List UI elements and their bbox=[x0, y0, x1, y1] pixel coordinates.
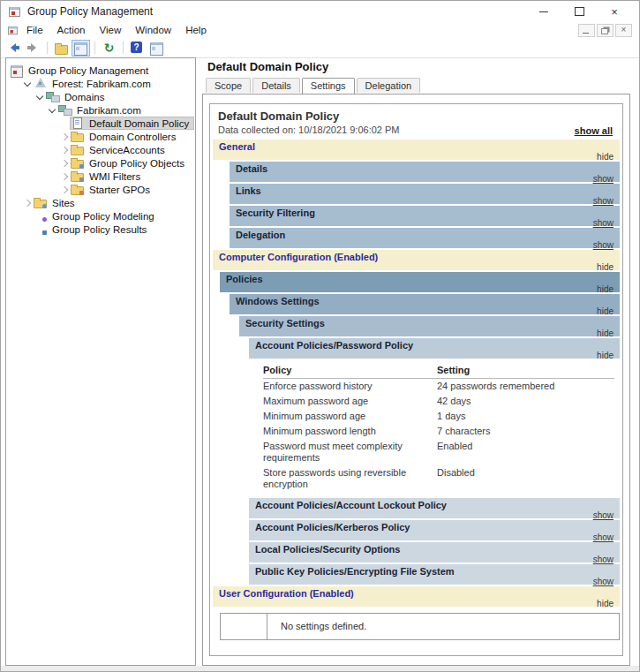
tree-item-content: Group Policy Modeling bbox=[34, 210, 159, 222]
section-account-policies-account-lockout-policy: Account Policies/Account Lockout Policys… bbox=[249, 498, 620, 518]
section-label: Delegation bbox=[236, 230, 614, 240]
section-label: Security Settings bbox=[245, 318, 614, 328]
refresh-icon[interactable]: ↻ bbox=[101, 41, 117, 56]
toggle-links-link[interactable]: show bbox=[593, 196, 614, 206]
chevron-right-icon[interactable] bbox=[59, 185, 71, 195]
table-row: Minimum password length7 characters bbox=[263, 424, 614, 439]
report-header: Default Domain Policy Data collected on:… bbox=[213, 107, 620, 140]
section-label: General bbox=[219, 141, 614, 152]
tree-item-group-policy-results[interactable]: Group Policy Results bbox=[6, 223, 195, 236]
tree-item-label: Group Policy Management bbox=[26, 65, 150, 76]
toggle-details-link[interactable]: show bbox=[593, 174, 614, 184]
console-tree-panel: Group Policy ManagementForest: Fabrikam.… bbox=[5, 57, 196, 666]
toggle-public-key-policies-encrypting-file-system-link[interactable]: show bbox=[593, 577, 614, 586]
chevron-right-icon[interactable] bbox=[59, 171, 71, 182]
upfolder-icon[interactable] bbox=[53, 41, 70, 56]
tab-delegation[interactable]: Delegation bbox=[357, 78, 421, 93]
chevron-slot bbox=[22, 224, 34, 235]
toggle-user-configuration-enabled-link[interactable]: hide bbox=[597, 599, 614, 608]
toggle-account-policies-kerberos-policy-link[interactable]: show bbox=[593, 532, 614, 542]
section-delegation: Delegationshow bbox=[230, 228, 620, 248]
tree-item-starter-gpos[interactable]: Starter GPOs bbox=[6, 183, 195, 196]
menu-help[interactable]: Help bbox=[178, 25, 214, 35]
toggle-general-link[interactable]: hide bbox=[597, 152, 614, 162]
tab-settings[interactable]: Settings bbox=[302, 78, 355, 94]
tree-item-sites[interactable]: Sites bbox=[6, 196, 195, 209]
tree-item-serviceaccounts[interactable]: ServiceAccounts bbox=[6, 143, 195, 156]
chevron-down-icon[interactable] bbox=[47, 105, 58, 116]
section-windows-settings: Windows Settingshide bbox=[230, 294, 620, 314]
gpo-icon bbox=[71, 117, 85, 129]
section-details: Detailsshow bbox=[230, 162, 620, 182]
console-tree-icon[interactable] bbox=[72, 41, 89, 56]
table-row: Maximum password age42 days bbox=[263, 394, 614, 409]
tree-item-domain-controllers[interactable]: Domain Controllers bbox=[6, 130, 195, 143]
toggle-policies-link[interactable]: hide bbox=[597, 284, 614, 294]
tab-details[interactable]: Details bbox=[252, 78, 300, 93]
section-label: Details bbox=[236, 163, 614, 174]
tree-item-group-policy-objects[interactable]: Group Policy Objects bbox=[6, 156, 195, 170]
tree-item-fabrikam-com[interactable]: Fabrikam.com bbox=[6, 103, 195, 117]
minimize-button[interactable] bbox=[526, 2, 561, 21]
child-close-button[interactable]: × bbox=[615, 24, 632, 37]
chevron-right-icon[interactable] bbox=[59, 158, 71, 169]
toggle-windows-settings-link[interactable]: hide bbox=[597, 306, 614, 316]
chevron-right-icon[interactable] bbox=[22, 198, 34, 208]
chevron-down-icon[interactable] bbox=[22, 79, 34, 89]
section-label: Computer Configuration (Enabled) bbox=[219, 252, 614, 262]
back-icon[interactable] bbox=[5, 41, 22, 56]
tree-item-default-domain-policy[interactable]: Default Domain Policy bbox=[6, 117, 195, 130]
tree-item-label: Default Domain Policy bbox=[87, 118, 191, 129]
sites-folder-icon bbox=[34, 197, 48, 208]
child-restore-button[interactable] bbox=[597, 24, 614, 37]
tree-item-group-policy-management[interactable]: Group Policy Management bbox=[6, 64, 195, 77]
ou-folder-icon bbox=[71, 131, 85, 142]
ou-folder-icon bbox=[71, 144, 85, 155]
chevron-slot bbox=[59, 118, 71, 129]
tree-item-label: Domain Controllers bbox=[87, 132, 177, 142]
tree-item-forest-fabrikam-com[interactable]: Forest: Fabrikam.com bbox=[6, 77, 195, 90]
icon-accent-dot bbox=[79, 164, 84, 169]
tree-item-group-policy-modeling[interactable]: Group Policy Modeling bbox=[6, 209, 195, 223]
results-icon bbox=[34, 223, 48, 235]
help-icon[interactable] bbox=[129, 41, 146, 56]
section-policies: Policieshide bbox=[220, 272, 620, 292]
toggle-security-filtering-link[interactable]: show bbox=[593, 218, 614, 228]
menu-action[interactable]: Action bbox=[50, 25, 93, 35]
toggle-computer-configuration-enabled-link[interactable]: hide bbox=[597, 262, 614, 272]
tree-item-content: ServiceAccounts bbox=[71, 144, 169, 155]
toggle-local-policies-security-options-link[interactable]: show bbox=[593, 555, 614, 564]
menu-bar: FileActionViewWindowHelp × bbox=[1, 22, 639, 38]
tree-item-wmi-filters[interactable]: WMI Filters bbox=[6, 170, 195, 183]
console-window-icon[interactable] bbox=[148, 41, 165, 56]
menu-window[interactable]: Window bbox=[128, 25, 178, 35]
toggle-delegation-link[interactable]: show bbox=[593, 240, 614, 250]
menu-file[interactable]: File bbox=[19, 25, 50, 35]
tab-scope[interactable]: Scope bbox=[206, 78, 251, 93]
toggle-security-settings-link[interactable]: hide bbox=[597, 328, 614, 338]
toggle-account-policies-account-lockout-policy-link[interactable]: show bbox=[593, 510, 614, 520]
policy-name: Minimum password age bbox=[263, 409, 437, 424]
main-area: Group Policy ManagementForest: Fabrikam.… bbox=[1, 57, 639, 666]
chevron-right-icon[interactable] bbox=[59, 145, 71, 155]
policy-name: Enforce password history bbox=[263, 378, 437, 394]
toolbar: ↻ bbox=[1, 38, 639, 58]
close-icon: × bbox=[611, 6, 618, 18]
chevron-down-icon[interactable] bbox=[34, 92, 46, 102]
child-minimize-button[interactable] bbox=[578, 24, 595, 37]
maximize-button[interactable] bbox=[561, 2, 597, 21]
chevron-right-icon[interactable] bbox=[59, 132, 71, 142]
tree-item-domains[interactable]: Domains bbox=[6, 90, 195, 103]
forward-icon[interactable] bbox=[25, 41, 41, 56]
minimize-icon bbox=[539, 11, 548, 12]
close-button[interactable]: × bbox=[597, 2, 632, 21]
toggle-account-policies-password-policy-link[interactable]: hide bbox=[597, 351, 614, 360]
section-local-policies-security-options: Local Policies/Security Optionsshow bbox=[249, 542, 620, 563]
tree-item-label: Group Policy Results bbox=[50, 224, 148, 235]
menu-view[interactable]: View bbox=[93, 25, 129, 35]
show-all-link[interactable]: show all bbox=[575, 125, 613, 136]
tree-item-label: Sites bbox=[50, 198, 77, 208]
report-title: Default Domain Policy bbox=[218, 109, 614, 123]
section-label: User Configuration (Enabled) bbox=[219, 588, 614, 599]
section-computer-configuration-enabled: Computer Configuration (Enabled)hide bbox=[213, 250, 620, 270]
